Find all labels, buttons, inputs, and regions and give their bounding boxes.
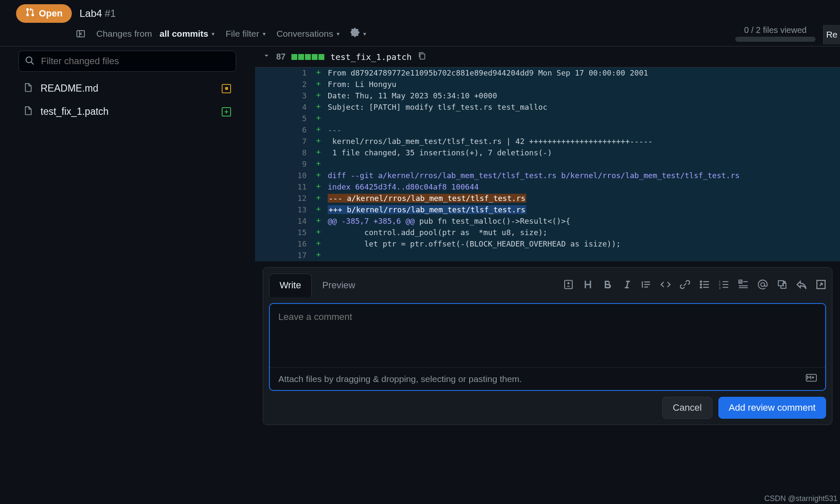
line-number-new: 8: [284, 147, 313, 159]
ol-icon[interactable]: 123: [719, 279, 729, 292]
chevron-down-icon: ▾: [263, 30, 266, 37]
heading-icon[interactable]: [583, 279, 593, 292]
files-viewed-text: 0 / 2 files viewed: [744, 25, 807, 35]
diff-marker: +: [313, 79, 324, 90]
add-review-comment-button[interactable]: Add review comment: [718, 397, 826, 419]
file-path: test_fix_1.patch: [330, 52, 412, 62]
line-number-new: 15: [284, 227, 313, 238]
mention-icon[interactable]: [758, 279, 768, 292]
attach-hint-row[interactable]: Attach files by dragging & dropping, sel…: [270, 367, 825, 390]
svg-point-15: [700, 287, 701, 288]
diff-line[interactable]: 7+ kernel/rros/lab_mem_test/tlsf_test.rs…: [255, 136, 840, 147]
line-number-new: 6: [284, 125, 313, 136]
file-tree-item[interactable]: test_fix_1.patch+: [19, 100, 236, 123]
diff-line[interactable]: 10+diff --git a/kernel/rros/lab_mem_test…: [255, 170, 840, 182]
file-change-count: 87: [276, 52, 285, 62]
bold-icon[interactable]: [602, 279, 612, 292]
svg-point-29: [761, 282, 765, 286]
ul-icon[interactable]: [699, 279, 710, 292]
diff-line[interactable]: 14+@@ -385,7 +385,6 @@ pub fn test_mallo…: [255, 216, 840, 227]
diff-line[interactable]: 2+From: Li Hongyu: [255, 79, 840, 90]
file-filter-input[interactable]: [40, 55, 230, 67]
diff-content: @@ -385,7 +385,6 @@ pub fn test_malloc()…: [324, 216, 840, 227]
collapse-file-icon[interactable]: [263, 52, 270, 62]
diff-marker: +: [313, 125, 324, 136]
svg-rect-30: [778, 281, 783, 286]
diff-content: diff --git a/kernel/rros/lab_mem_test/tl…: [324, 170, 840, 182]
expand-icon[interactable]: [816, 279, 826, 292]
line-number-old: [255, 182, 284, 193]
svg-point-2: [26, 57, 32, 62]
link-icon[interactable]: [680, 279, 690, 292]
line-number-new: 5: [284, 113, 313, 125]
cancel-button[interactable]: Cancel: [662, 397, 712, 419]
diff-content: let ptr = ptr.offset(-(BLOCK_HEADER_OVER…: [324, 238, 840, 250]
file-name: README.md: [41, 83, 214, 94]
changes-from-dropdown[interactable]: Changes from all commits ▾: [96, 29, 215, 39]
diff-marker: +: [313, 250, 324, 261]
diff-body: 1+From d87924789772e11095b702c881e89ed94…: [255, 68, 840, 261]
svg-rect-4: [420, 54, 425, 60]
markdown-icon[interactable]: [806, 374, 817, 384]
diff-line[interactable]: 1+From d87924789772e11095b702c881e89ed94…: [255, 68, 840, 79]
diff-content: Subject: [PATCH] modify tlsf_test.rs tes…: [324, 102, 840, 113]
conversations-dropdown[interactable]: Conversations ▾: [277, 29, 340, 39]
line-number-old: [255, 204, 284, 216]
diff-line[interactable]: 6+---: [255, 125, 840, 136]
diff-line[interactable]: 13++++ b/kernel/rros/lab_mem_test/tlsf_t…: [255, 204, 840, 216]
line-number-new: 2: [284, 79, 313, 90]
tab-preview[interactable]: Preview: [312, 274, 366, 297]
diff-marker: +: [313, 90, 324, 102]
diff-line[interactable]: 17+: [255, 250, 840, 261]
copy-path-icon[interactable]: [418, 51, 426, 62]
line-number-new: 11: [284, 182, 313, 193]
reference-icon[interactable]: [777, 279, 787, 292]
review-button-cut[interactable]: Re: [823, 25, 840, 44]
line-number-new: 7: [284, 136, 313, 147]
line-number-new: 17: [284, 250, 313, 261]
tab-write[interactable]: Write: [269, 274, 312, 297]
sidebar-toggle-icon[interactable]: [76, 29, 85, 38]
diff-marker: +: [313, 216, 324, 227]
diff-line[interactable]: 4+Subject: [PATCH] modify tlsf_test.rs t…: [255, 102, 840, 113]
diff-line[interactable]: 9+: [255, 159, 840, 170]
suggestion-icon[interactable]: [563, 279, 574, 292]
line-number-old: [255, 90, 284, 102]
diff-line[interactable]: 11+index 66425d3f4..d80c04af8 100644: [255, 182, 840, 193]
italic-icon[interactable]: [622, 279, 632, 292]
line-number-new: 10: [284, 170, 313, 182]
tasklist-icon[interactable]: [738, 279, 748, 292]
quote-icon[interactable]: [641, 279, 651, 292]
diff-line[interactable]: 8+ 1 file changed, 35 insertions(+), 7 d…: [255, 147, 840, 159]
diff-line[interactable]: 15+ control.add_pool(ptr as *mut u8, siz…: [255, 227, 840, 238]
line-number-old: [255, 170, 284, 182]
diff-line[interactable]: 16+ let ptr = ptr.offset(-(BLOCK_HEADER_…: [255, 238, 840, 250]
diff-line[interactable]: 5+: [255, 113, 840, 125]
comment-textarea[interactable]: [270, 304, 825, 367]
code-icon[interactable]: [661, 279, 671, 292]
diff-marker: +: [313, 227, 324, 238]
reply-icon[interactable]: [797, 279, 807, 292]
status-added-icon: +: [222, 107, 231, 117]
file-filter-input-wrap[interactable]: [19, 51, 236, 72]
diff-marker: +: [313, 159, 324, 170]
file-tree-item[interactable]: README.md: [19, 77, 236, 100]
chevron-down-icon: ▾: [337, 30, 340, 37]
gear-icon: [351, 28, 360, 39]
file-filter-dropdown[interactable]: File filter ▾: [226, 29, 265, 39]
file-tree-sidebar: README.mdtest_fix_1.patch+: [0, 46, 255, 503]
line-number-new: 12: [284, 193, 313, 204]
line-number-old: [255, 102, 284, 113]
pr-number: #1: [105, 8, 116, 19]
title-block: Lab4 #1: [79, 8, 116, 19]
line-number-old: [255, 147, 284, 159]
file-icon: [24, 106, 33, 117]
diff-panel: 87 test_fix_1.patch 1+From d87924789772e…: [255, 46, 840, 503]
line-number-new: 4: [284, 102, 313, 113]
diff-content: Date: Thu, 11 May 2023 05:34:10 +0000: [324, 90, 840, 102]
settings-dropdown[interactable]: ▾: [351, 28, 366, 39]
attach-hint-text: Attach files by dragging & dropping, sel…: [278, 374, 522, 384]
diff-line[interactable]: 3+Date: Thu, 11 May 2023 05:34:10 +0000: [255, 90, 840, 102]
search-icon: [25, 56, 34, 67]
diff-line[interactable]: 12+--- a/kernel/rros/lab_mem_test/tlsf_t…: [255, 193, 840, 204]
